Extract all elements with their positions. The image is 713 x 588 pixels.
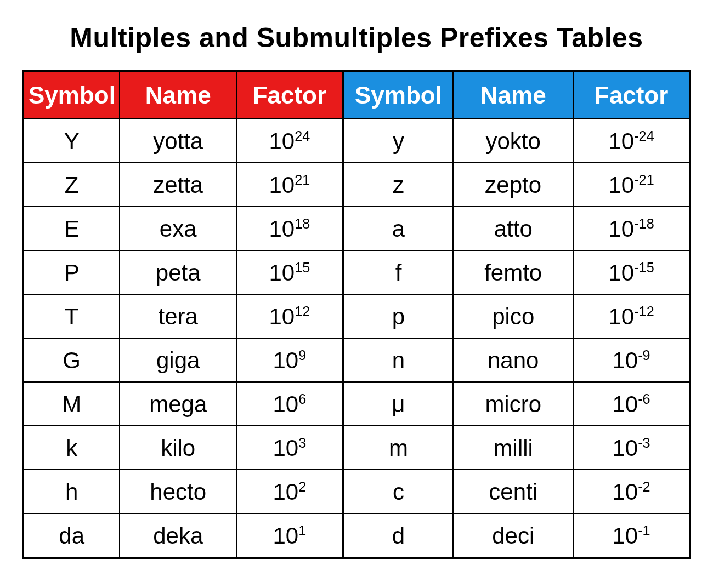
table-row: Ttera1012ppico10-12 (23, 294, 690, 338)
table-row: Ppeta1015ffemto10-15 (23, 250, 690, 294)
submultiple-name: milli (453, 426, 573, 470)
table-row: Zzetta1021zzepto10-21 (23, 163, 690, 207)
submultiple-symbol: y (343, 119, 454, 163)
multiple-factor: 1015 (236, 250, 343, 294)
multiple-symbol: G (23, 338, 120, 382)
submultiple-name: micro (453, 382, 573, 426)
submultiple-symbol: n (343, 338, 454, 382)
table-row: dadeka101ddeci10-1 (23, 513, 690, 558)
table-row: Yyotta1024yyokto10-24 (23, 119, 690, 163)
submultiple-symbol: f (343, 250, 454, 294)
page-title: Multiples and Submultiples Prefixes Tabl… (22, 22, 691, 54)
submultiple-factor: 10-18 (573, 207, 690, 250)
multiple-factor: 106 (236, 382, 343, 426)
submultiple-factor: 10-3 (573, 426, 690, 470)
multiple-symbol: E (23, 207, 120, 250)
multiple-symbol: da (23, 513, 120, 558)
multiple-name: deka (120, 513, 236, 558)
submultiple-symbol: z (343, 163, 454, 207)
multiple-name: zetta (120, 163, 236, 207)
header-submultiples-name: Name (453, 71, 573, 119)
submultiple-name: nano (453, 338, 573, 382)
multiple-factor: 1018 (236, 207, 343, 250)
multiple-name: hecto (120, 470, 236, 513)
header-multiples-symbol: Symbol (23, 71, 120, 119)
header-submultiples-factor: Factor (573, 71, 690, 119)
multiple-symbol: h (23, 470, 120, 513)
submultiple-name: yokto (453, 119, 573, 163)
submultiple-name: atto (453, 207, 573, 250)
submultiple-symbol: p (343, 294, 454, 338)
submultiple-name: femto (453, 250, 573, 294)
submultiple-factor: 10-1 (573, 513, 690, 558)
multiple-name: yotta (120, 119, 236, 163)
submultiple-factor: 10-2 (573, 470, 690, 513)
multiple-name: peta (120, 250, 236, 294)
submultiple-name: pico (453, 294, 573, 338)
multiple-name: giga (120, 338, 236, 382)
multiple-factor: 102 (236, 470, 343, 513)
submultiple-name: centi (453, 470, 573, 513)
multiple-factor: 1012 (236, 294, 343, 338)
submultiple-symbol: c (343, 470, 454, 513)
multiple-symbol: P (23, 250, 120, 294)
submultiple-symbol: μ (343, 382, 454, 426)
multiple-symbol: Y (23, 119, 120, 163)
table-row: kkilo103mmilli10-3 (23, 426, 690, 470)
submultiple-symbol: m (343, 426, 454, 470)
submultiple-factor: 10-21 (573, 163, 690, 207)
multiple-factor: 1024 (236, 119, 343, 163)
submultiple-factor: 10-15 (573, 250, 690, 294)
submultiple-name: zepto (453, 163, 573, 207)
submultiple-factor: 10-24 (573, 119, 690, 163)
table-row: Ggiga109nnano10-9 (23, 338, 690, 382)
submultiple-factor: 10-9 (573, 338, 690, 382)
multiple-symbol: T (23, 294, 120, 338)
table-row: Mmega106μmicro10-6 (23, 382, 690, 426)
header-multiples-name: Name (120, 71, 236, 119)
submultiple-symbol: a (343, 207, 454, 250)
multiple-factor: 1021 (236, 163, 343, 207)
multiple-symbol: M (23, 382, 120, 426)
multiple-factor: 109 (236, 338, 343, 382)
multiple-name: exa (120, 207, 236, 250)
multiple-factor: 101 (236, 513, 343, 558)
submultiple-symbol: d (343, 513, 454, 558)
multiple-name: mega (120, 382, 236, 426)
header-submultiples-symbol: Symbol (343, 71, 454, 119)
multiple-symbol: k (23, 426, 120, 470)
submultiple-factor: 10-12 (573, 294, 690, 338)
multiple-factor: 103 (236, 426, 343, 470)
table-row: Eexa1018aatto10-18 (23, 207, 690, 250)
table-header-row: Symbol Name Factor Symbol Name Factor (23, 71, 690, 119)
submultiple-name: deci (453, 513, 573, 558)
submultiple-factor: 10-6 (573, 382, 690, 426)
table-row: hhecto102ccenti10-2 (23, 470, 690, 513)
multiple-name: tera (120, 294, 236, 338)
multiple-symbol: Z (23, 163, 120, 207)
header-multiples-factor: Factor (236, 71, 343, 119)
prefix-table: Symbol Name Factor Symbol Name Factor Yy… (22, 70, 691, 559)
multiple-name: kilo (120, 426, 236, 470)
